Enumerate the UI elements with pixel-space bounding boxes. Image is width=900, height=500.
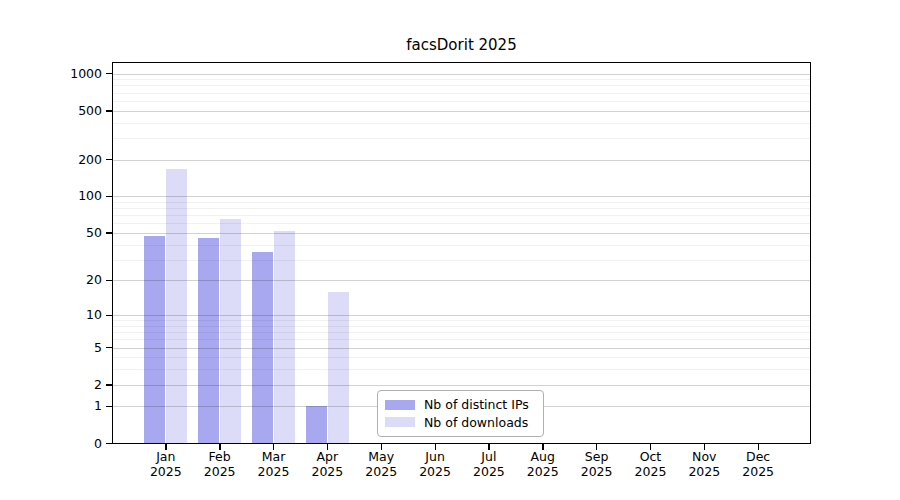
xtick-label-feb-2025: Feb2025 [192, 450, 248, 479]
ytick-label-5: 5 [30, 340, 102, 356]
xtick-label-sep-2025: Sep2025 [569, 450, 625, 479]
legend-label-nb-of-downloads: Nb of downloads [424, 415, 528, 430]
bar-nb-of-downloads-mar-2025 [274, 231, 295, 444]
ytick-label-0: 0 [30, 436, 102, 452]
legend-swatch-nb-of-distinct-ips [385, 400, 415, 410]
ytick-mark-50 [106, 232, 112, 233]
ytick-label-200: 200 [30, 152, 102, 168]
ytick-label-100: 100 [30, 188, 102, 204]
xtick-label-oct-2025: Oct2025 [622, 450, 678, 479]
legend-item-nb-of-downloads: Nb of downloads [385, 414, 535, 431]
ytick-label-20: 20 [30, 272, 102, 288]
xtick-label-may-2025: May2025 [353, 450, 409, 479]
ytick-mark-20 [106, 280, 112, 281]
xtick-label-apr-2025: Apr2025 [299, 450, 355, 479]
bar-nb-of-distinct-ips-jan-2025 [144, 236, 165, 443]
xtick-label-nov-2025: Nov2025 [676, 450, 732, 479]
ytick-label-10: 10 [30, 307, 102, 323]
ytick-mark-5 [106, 347, 112, 348]
legend-label-nb-of-distinct-ips: Nb of distinct IPs [424, 397, 529, 412]
xtick-label-aug-2025: Aug2025 [515, 450, 571, 479]
ytick-mark-200 [106, 159, 112, 160]
bar-nb-of-distinct-ips-apr-2025 [306, 406, 327, 443]
xtick-label-dec-2025: Dec2025 [730, 450, 786, 479]
legend: Nb of distinct IPsNb of downloads [377, 390, 544, 437]
ytick-mark-2 [106, 384, 112, 385]
ytick-mark-1 [106, 406, 112, 407]
ytick-label-2: 2 [30, 377, 102, 393]
ytick-label-500: 500 [30, 103, 102, 119]
ytick-label-50: 50 [30, 225, 102, 241]
legend-item-nb-of-distinct-ips: Nb of distinct IPs [385, 396, 535, 413]
ytick-mark-10 [106, 315, 112, 316]
bar-nb-of-downloads-apr-2025 [328, 292, 349, 444]
xtick-label-mar-2025: Mar2025 [246, 450, 302, 479]
xtick-label-jun-2025: Jun2025 [407, 450, 463, 479]
ytick-mark-100 [106, 196, 112, 197]
bar-nb-of-distinct-ips-feb-2025 [198, 238, 219, 443]
ytick-mark-0 [106, 443, 112, 444]
ytick-label-1000: 1000 [30, 66, 102, 82]
bar-nb-of-downloads-feb-2025 [220, 219, 241, 443]
ytick-label-1: 1 [30, 398, 102, 414]
bar-nb-of-downloads-jan-2025 [166, 169, 187, 443]
download-stats-chart: facsDorit 2025 01251020501002005001000Ja… [0, 0, 900, 500]
legend-swatch-nb-of-downloads [385, 417, 415, 427]
ytick-mark-1000 [106, 73, 112, 74]
ytick-mark-500 [106, 110, 112, 111]
xtick-label-jan-2025: Jan2025 [138, 450, 194, 479]
xtick-label-jul-2025: Jul2025 [461, 450, 517, 479]
chart-title: facsDorit 2025 [112, 36, 811, 56]
bar-nb-of-distinct-ips-mar-2025 [252, 252, 273, 444]
